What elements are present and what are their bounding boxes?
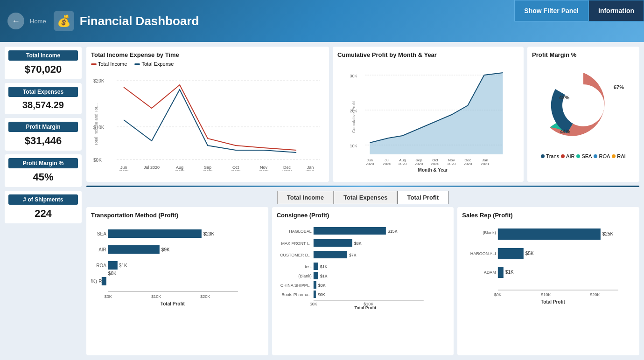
back-button[interactable]: ← <box>7 13 24 29</box>
svg-text:2020: 2020 <box>415 162 423 166</box>
svg-text:$25K: $25K <box>602 231 614 236</box>
svg-rect-58 <box>108 245 160 254</box>
svg-text:2020: 2020 <box>282 169 292 171</box>
svg-text:$1K: $1K <box>320 264 328 269</box>
shipments-card: # of Shipments 224 <box>5 191 82 223</box>
svg-rect-81 <box>314 251 347 258</box>
section-divider <box>86 186 639 187</box>
svg-text:2020: 2020 <box>203 169 212 171</box>
consignee-svg: HAGLOBAL MAX FRONT I... CUSTOMER D... te… <box>277 222 449 309</box>
shipments-label: # of Shipments <box>8 194 78 205</box>
income-expense-chart: Total Income Expense by Time Total Incom… <box>86 47 329 182</box>
svg-text:2020: 2020 <box>366 162 374 166</box>
svg-text:42%: 42% <box>559 95 569 100</box>
svg-text:Total Income and Tot...: Total Income and Tot... <box>94 104 98 145</box>
svg-text:$20K: $20K <box>590 292 600 297</box>
svg-text:2020: 2020 <box>431 162 440 166</box>
profit-margin-label: Profit Margin <box>8 122 78 132</box>
shipments-value: 224 <box>8 208 78 220</box>
legend-air: AIR <box>561 153 574 159</box>
svg-rect-63 <box>102 277 106 285</box>
svg-text:2020: 2020 <box>448 162 456 166</box>
transport-title: Transportation Method (Profit) <box>91 212 264 219</box>
svg-text:ADAM: ADAM <box>484 270 496 275</box>
svg-text:Total Profit: Total Profit <box>354 305 376 309</box>
svg-rect-102 <box>498 267 504 278</box>
svg-rect-85 <box>314 272 318 279</box>
page-title: Financial Dashboard <box>80 14 199 28</box>
svg-text:$8K: $8K <box>354 241 362 246</box>
profit-margin-pct-card: Profit Margin % 45% <box>5 154 82 187</box>
svg-rect-60 <box>108 261 118 270</box>
tab-total-income[interactable]: Total Income <box>277 191 334 204</box>
svg-text:$9K: $9K <box>161 247 170 252</box>
svg-text:2020: 2020 <box>383 162 392 166</box>
roa-dot <box>594 154 597 158</box>
svg-marker-30 <box>370 73 503 154</box>
income-legend: Total Income <box>91 61 127 67</box>
svg-rect-77 <box>314 227 386 235</box>
trans-dot <box>541 154 545 158</box>
svg-text:2020: 2020 <box>175 169 184 171</box>
svg-text:HAGLOBAL: HAGLOBAL <box>289 229 312 234</box>
top-charts-row: Total Income Expense by Time Total Incom… <box>86 47 639 182</box>
svg-text:$0K: $0K <box>310 302 317 306</box>
tab-total-expenses[interactable]: Total Expenses <box>334 191 397 204</box>
cumulative-svg: 30K 20K 10K Cumulative Profit Jun 2020 <box>337 61 519 173</box>
income-expense-svg: $20K $10K $0K Total Income and Tot... Ju… <box>91 69 324 171</box>
svg-text:MAX FRONT I...: MAX FRONT I... <box>281 241 311 246</box>
svg-text:Boots Pharma...: Boots Pharma... <box>281 292 312 297</box>
legend-rai: RAI <box>612 153 625 159</box>
kpi-sidebar: Total Income $70,020 Total Expenses 38,5… <box>5 47 82 355</box>
svg-text:Total Profit: Total Profit <box>161 301 185 306</box>
legend-sea: SEA <box>576 153 592 159</box>
svg-rect-79 <box>314 239 352 247</box>
rai-dot <box>612 154 616 158</box>
tab-total-profit[interactable]: Total Profit <box>397 191 448 204</box>
svg-text:$23K: $23K <box>203 231 215 236</box>
bottom-section: Total Income Total Expenses Total Profit… <box>86 191 639 355</box>
right-content: Total Income Expense by Time Total Incom… <box>86 47 639 355</box>
svg-text:$10K: $10K <box>151 294 161 299</box>
information-button[interactable]: Information <box>588 0 644 21</box>
svg-text:$20K: $20K <box>93 78 105 83</box>
donut-svg: 67% 42% 44% <box>532 61 635 150</box>
legend-trans: Trans <box>541 153 559 159</box>
svg-text:$0K: $0K <box>93 158 102 163</box>
svg-text:$0K: $0K <box>105 294 112 299</box>
total-income-label: Total Income <box>8 50 78 61</box>
svg-text:$7K: $7K <box>349 253 357 257</box>
svg-text:test: test <box>305 264 312 269</box>
air-dot <box>561 154 565 158</box>
svg-rect-83 <box>314 263 318 270</box>
svg-text:10K: 10K <box>350 144 357 148</box>
filter-panel-button[interactable]: Show Filter Panel <box>514 0 588 21</box>
svg-rect-98 <box>498 228 601 240</box>
dashboard-icon: 💰 <box>54 11 74 31</box>
svg-text:$1K: $1K <box>320 274 328 278</box>
svg-text:$1K: $1K <box>505 270 514 275</box>
svg-text:ROA: ROA <box>96 263 106 268</box>
header: ← Home 💰 Financial Dashboard Show Filter… <box>0 0 644 42</box>
legend-roa: ROA <box>594 153 610 159</box>
cumulative-profit-chart: Cumulative Profit by Month & Year 30K 20… <box>333 47 524 182</box>
svg-text:Cumulative Profit: Cumulative Profit <box>352 101 357 133</box>
total-expenses-label: Total Expenses <box>8 87 78 97</box>
svg-text:Month & Year: Month & Year <box>418 167 448 173</box>
svg-text:AIR: AIR <box>98 247 106 252</box>
cumulative-title: Cumulative Profit by Month & Year <box>337 51 519 58</box>
breadcrumb: Home <box>30 18 46 25</box>
svg-text:Jul 2020: Jul 2020 <box>144 165 160 170</box>
bottom-charts-row: Transportation Method (Profit) SEA AIR R… <box>86 207 639 355</box>
svg-text:2020: 2020 <box>231 169 240 171</box>
consignee-title: Consignee (Profit) <box>277 212 449 219</box>
svg-rect-87 <box>314 281 316 289</box>
svg-text:2020: 2020 <box>119 169 128 171</box>
total-expenses-value: 38,574.29 <box>8 100 78 111</box>
svg-text:$20K: $20K <box>200 294 210 299</box>
salesrep-chart: Sales Rep (Profit) (Blank) HAROON ALI AD… <box>457 207 639 355</box>
svg-text:CUSTOMER D...: CUSTOMER D... <box>280 253 312 257</box>
svg-text:$15K: $15K <box>388 229 398 234</box>
svg-text:$0K: $0K <box>494 292 502 297</box>
svg-text:SEA: SEA <box>97 231 106 236</box>
